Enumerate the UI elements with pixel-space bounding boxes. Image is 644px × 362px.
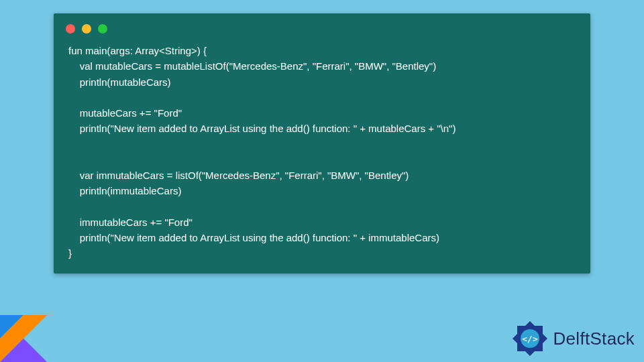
svg-text:</>: </> xyxy=(522,334,538,344)
code-content: fun main(args: Array<String>) { val muta… xyxy=(54,39,590,261)
kotlin-logo-icon xyxy=(0,315,47,362)
maximize-icon xyxy=(98,24,107,34)
brand-name: DelftStack xyxy=(553,328,635,349)
minimize-icon xyxy=(82,24,91,34)
window-controls xyxy=(54,13,590,39)
code-snippet-card: fun main(args: Array<String>) { val muta… xyxy=(54,13,590,274)
close-icon xyxy=(66,24,75,34)
delftstack-logo-icon: </> xyxy=(511,319,549,358)
brand-block: </> DelftStack xyxy=(511,319,635,358)
